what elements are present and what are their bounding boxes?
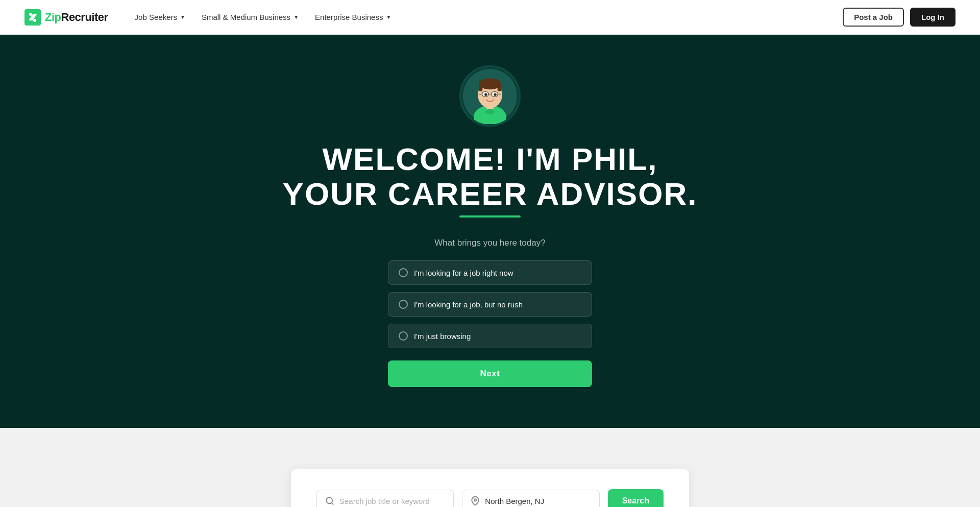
option-browsing[interactable]: I'm just browsing: [388, 324, 592, 348]
svg-point-2: [29, 13, 32, 16]
svg-rect-9: [479, 84, 482, 91]
hero-title-underline: [459, 215, 521, 218]
nav-links: Job Seekers ▼ Small & Medium Business ▼ …: [129, 9, 398, 26]
hero-title-line2: YOUR CAREER ADVISOR.: [283, 176, 698, 211]
option-looking-now[interactable]: I'm looking for a job right now: [388, 260, 592, 285]
nav-enterprise-label: Enterprise Business: [315, 13, 383, 21]
option-no-rush[interactable]: I'm looking for a job, but no rush: [388, 292, 592, 317]
nav-job-seekers[interactable]: Job Seekers ▼: [129, 9, 191, 26]
keyword-search-input[interactable]: [339, 497, 445, 505]
svg-point-13: [484, 93, 487, 96]
option-no-rush-label: I'm looking for a job, but no rush: [414, 300, 523, 309]
svg-line-22: [331, 503, 333, 504]
location-icon: [471, 496, 480, 505]
keyword-search-wrapper: [316, 490, 454, 507]
nav-job-seekers-label: Job Seekers: [135, 13, 177, 21]
navbar-right: Post a Job Log In: [843, 8, 955, 27]
login-button[interactable]: Log In: [910, 8, 955, 27]
location-search-wrapper: [462, 490, 599, 507]
search-card: Search: [291, 469, 689, 507]
navbar-left: ZipRecruiter Job Seekers ▼ Small & Mediu…: [24, 9, 397, 26]
svg-point-14: [494, 93, 497, 96]
hero-section: WELCOME! I'M PHIL, YOUR CAREER ADVISOR. …: [0, 35, 980, 428]
avatar: [459, 65, 521, 127]
nav-enterprise[interactable]: Enterprise Business ▼: [309, 9, 397, 26]
search-button[interactable]: Search: [608, 489, 664, 507]
phil-avatar: [462, 68, 518, 124]
hero-title: WELCOME! I'M PHIL, YOUR CAREER ADVISOR.: [283, 142, 698, 211]
chevron-down-icon: ▼: [180, 14, 185, 20]
navbar: ZipRecruiter Job Seekers ▼ Small & Mediu…: [0, 0, 980, 35]
nav-smb-label: Small & Medium Business: [202, 13, 290, 21]
svg-point-1: [33, 19, 36, 22]
radio-browsing[interactable]: [399, 331, 408, 341]
search-section: Search: [0, 428, 980, 507]
option-browsing-label: I'm just browsing: [414, 332, 471, 341]
logo[interactable]: ZipRecruiter: [24, 9, 108, 26]
hero-title-line1: WELCOME! I'M PHIL,: [323, 141, 658, 177]
chevron-down-icon: ▼: [386, 14, 391, 20]
ziprecruiter-logo-icon: [24, 9, 41, 26]
nav-smb[interactable]: Small & Medium Business ▼: [195, 9, 305, 26]
post-job-button[interactable]: Post a Job: [843, 8, 904, 27]
logo-text: ZipRecruiter: [45, 11, 108, 24]
options-container: I'm looking for a job right now I'm look…: [388, 260, 592, 348]
radio-looking-now[interactable]: [399, 268, 408, 277]
location-search-input[interactable]: [485, 497, 591, 505]
hero-question: What brings you here today?: [434, 238, 545, 248]
option-looking-now-label: I'm looking for a job right now: [414, 269, 513, 277]
next-button[interactable]: Next: [388, 360, 592, 387]
svg-rect-10: [498, 84, 501, 91]
chevron-down-icon: ▼: [293, 14, 299, 20]
search-icon: [325, 496, 334, 505]
radio-no-rush[interactable]: [399, 300, 408, 309]
svg-point-20: [489, 110, 491, 112]
svg-point-23: [474, 499, 477, 502]
